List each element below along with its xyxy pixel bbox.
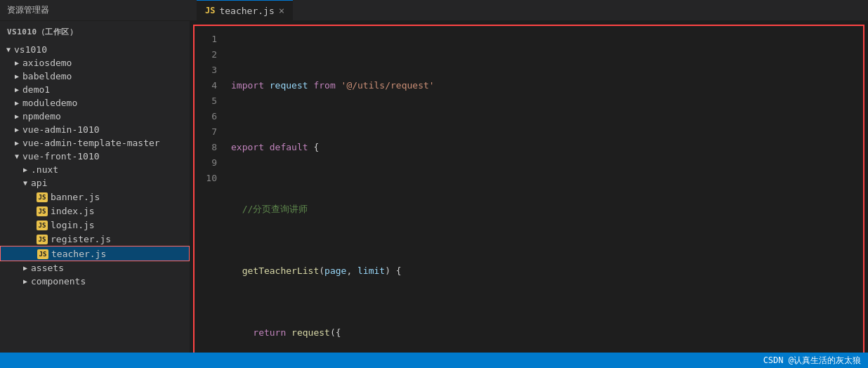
sidebar-item-banner-js[interactable]: JS banner.js [0, 190, 190, 204]
code-line-4: getTeacherList(page, limit) { [231, 263, 863, 279]
sidebar-item-vs1010[interactable]: ▼ vs1010 [0, 43, 190, 56]
js-file-icon: JS [37, 191, 48, 202]
js-file-icon: JS [37, 219, 48, 230]
arrow-icon: ▼ [11, 152, 22, 160]
sidebar-item-login-js[interactable]: JS login.js [0, 218, 190, 232]
tab-js-icon: JS [205, 6, 215, 15]
line-number: 10 [195, 171, 217, 186]
line-number: 3 [195, 63, 217, 78]
arrow-icon: ▼ [3, 46, 14, 53]
bottom-bar: CSDN @认真生活的灰太狼 [0, 353, 868, 368]
code-line-1: import request from '@/utils/request' [231, 78, 863, 93]
tab-area: JS teacher.js × [197, 0, 861, 21]
sidebar-item-label: assets [31, 263, 64, 273]
js-file-icon: JS [37, 205, 48, 216]
tab-close-button[interactable]: × [279, 5, 284, 16]
sidebar-item-label: babeldemo [22, 71, 72, 81]
sidebar-item-label: index.js [51, 206, 95, 216]
sidebar-item-npmdemo[interactable]: ▶ npmdemo [0, 110, 190, 123]
sidebar-item-label: axiosdemo [22, 58, 72, 68]
sidebar-item-label: vue-admin-template-master [22, 138, 160, 148]
sidebar-item-label: banner.js [51, 192, 100, 202]
sidebar-item-label: teacher.js [51, 249, 106, 259]
arrow-icon: ▶ [11, 59, 22, 67]
sidebar-item-label: moduledemo [22, 98, 77, 108]
sidebar-item-label: register.js [51, 234, 111, 244]
sidebar-item-axiosdemo[interactable]: ▶ axiosdemo [0, 56, 190, 70]
arrow-icon: ▶ [11, 126, 22, 133]
line-number: 9 [195, 155, 217, 171]
sidebar: VS1010（工作区） ▼ vs1010 ▶ axiosdemo ▶ babel… [0, 21, 190, 353]
sidebar-item-label: vs1010 [14, 44, 47, 55]
sidebar-item-nuxt[interactable]: ▶ .nuxt [0, 163, 190, 176]
arrow-icon: ▶ [11, 99, 22, 107]
arrow-icon: ▶ [11, 112, 22, 120]
sidebar-item-vue-front-1010[interactable]: ▼ vue-front-1010 [0, 150, 190, 163]
code-line-2: export default { [231, 140, 863, 155]
arrow-icon: ▶ [20, 166, 31, 173]
main-layout: VS1010（工作区） ▼ vs1010 ▶ axiosdemo ▶ babel… [0, 21, 868, 353]
sidebar-item-label: vue-front-1010 [22, 151, 100, 162]
line-number: 7 [195, 124, 217, 140]
sidebar-item-babeldemo[interactable]: ▶ babeldemo [0, 70, 190, 83]
line-number: 2 [195, 47, 217, 63]
js-file-icon: JS [37, 233, 48, 244]
code-line-3: //分页查询讲师 [231, 202, 863, 217]
line-number: 8 [195, 140, 217, 155]
line-numbers: 1 2 3 4 5 6 7 8 9 10 [195, 26, 223, 353]
sidebar-item-label: demo1 [22, 84, 50, 95]
tab-filename: teacher.js [219, 6, 274, 16]
title-bar: 资源管理器 JS teacher.js × [0, 0, 868, 21]
sidebar-item-teacher-js[interactable]: JS teacher.js [0, 246, 190, 261]
sidebar-item-moduledemo[interactable]: ▶ moduledemo [0, 96, 190, 110]
sidebar-item-vue-admin-template-master[interactable]: ▶ vue-admin-template-master [0, 136, 190, 150]
arrow-icon: ▶ [20, 277, 31, 285]
sidebar-item-demo1[interactable]: ▶ demo1 [0, 83, 190, 96]
credit-text: CSDN @认真生活的灰太狼 [763, 355, 861, 367]
line-number: 4 [195, 78, 217, 93]
arrow-icon: ▼ [20, 179, 31, 187]
arrow-icon: ▶ [11, 139, 22, 147]
sidebar-item-vue-admin-1010[interactable]: ▶ vue-admin-1010 [0, 123, 190, 136]
sidebar-item-assets[interactable]: ▶ assets [0, 261, 190, 275]
arrow-icon: ▶ [11, 72, 22, 80]
arrow-icon: ▶ [11, 86, 22, 93]
editor-area: 1 2 3 4 5 6 7 8 9 10 import request from… [190, 21, 868, 353]
sidebar-item-label: npmdemo [22, 111, 61, 121]
sidebar-header: VS1010（工作区） [0, 21, 190, 43]
sidebar-item-register-js[interactable]: JS register.js [0, 232, 190, 246]
explorer-title: 资源管理器 [7, 4, 197, 16]
line-number: 1 [195, 32, 217, 47]
sidebar-item-label: components [31, 276, 86, 287]
line-number: 6 [195, 109, 217, 124]
sidebar-item-label: api [31, 178, 47, 188]
code-content[interactable]: import request from '@/utils/request' ex… [223, 26, 863, 353]
js-file-icon: JS [37, 248, 48, 259]
sidebar-item-api[interactable]: ▼ api [0, 176, 190, 190]
sidebar-item-label: .nuxt [31, 164, 58, 175]
code-line-5: return request({ [231, 325, 863, 341]
tab-teacher-js[interactable]: JS teacher.js × [197, 0, 293, 21]
line-number: 5 [195, 93, 217, 109]
code-container: 1 2 3 4 5 6 7 8 9 10 import request from… [193, 25, 864, 353]
sidebar-item-components[interactable]: ▶ components [0, 275, 190, 288]
arrow-icon: ▶ [20, 264, 31, 272]
sidebar-item-label: vue-admin-1010 [22, 124, 100, 135]
sidebar-item-index-js[interactable]: JS index.js [0, 204, 190, 218]
sidebar-item-label: login.js [51, 220, 95, 230]
